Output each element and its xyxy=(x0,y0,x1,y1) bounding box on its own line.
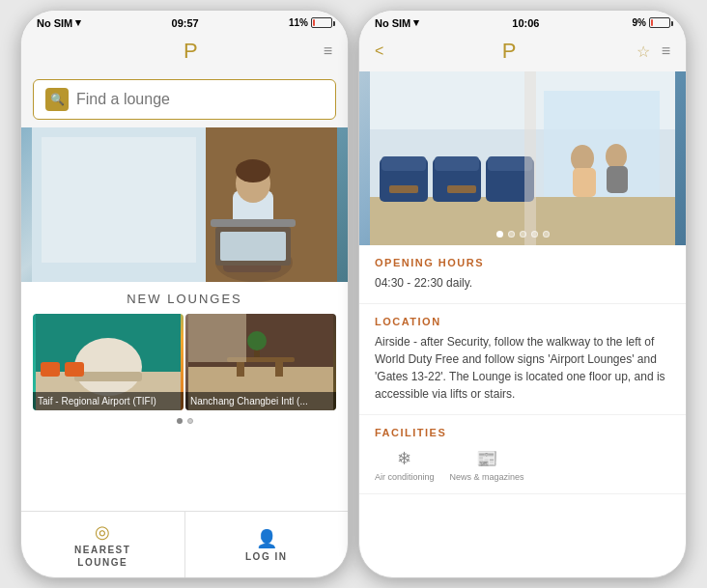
wifi-icon: ▾ xyxy=(75,16,81,29)
svg-rect-36 xyxy=(389,185,418,193)
user-icon: 👤 xyxy=(256,528,277,549)
battery-fill-right xyxy=(651,19,653,26)
detail-content: OPENING HOURS 04:30 - 22:30 daily. LOCAT… xyxy=(359,245,686,577)
back-button[interactable]: < xyxy=(375,42,383,60)
hero-pagination xyxy=(359,231,686,238)
svg-point-38 xyxy=(571,145,594,172)
nearest-lounge-label: NEAREST xyxy=(74,545,130,555)
svg-rect-33 xyxy=(435,156,479,171)
svg-rect-16 xyxy=(41,362,60,377)
hamburger-menu-left[interactable]: ≡ xyxy=(324,42,332,60)
location-icon: ◎ xyxy=(95,521,110,543)
right-phone: No SIM ▾ 10:06 9% < P ☆ ≡ xyxy=(358,10,687,578)
hero-image xyxy=(21,127,348,282)
search-bar[interactable]: 🔍 xyxy=(33,79,336,120)
hero-dot-4 xyxy=(531,231,538,238)
carrier-left: No SIM ▾ xyxy=(37,16,81,29)
search-icon: 🔍 xyxy=(50,93,65,106)
lounge-hero-image xyxy=(359,71,686,245)
hero-dot-5 xyxy=(543,231,550,238)
lounges-grid: Taif - Regional Airport (TIFI) xyxy=(21,314,348,410)
svg-rect-25 xyxy=(188,314,246,362)
svg-point-40 xyxy=(606,144,627,169)
status-bar-right: No SIM ▾ 10:06 9% xyxy=(359,11,686,33)
time-left: 09:57 xyxy=(172,17,199,29)
log-in-button[interactable]: 👤 LOG IN xyxy=(185,512,349,577)
search-icon-wrap: 🔍 xyxy=(45,88,69,111)
search-bar-container: 🔍 xyxy=(21,71,348,127)
opening-hours-section: OPENING HOURS 04:30 - 22:30 daily. xyxy=(359,245,686,304)
lounge-card-label-nanchang: Nanchang Changbei Intl (... xyxy=(185,392,336,410)
hero-svg xyxy=(21,127,348,282)
no-sim-label: No SIM xyxy=(37,17,72,29)
new-lounges-title: NEW LOUNGES xyxy=(21,282,348,314)
brand-logo-left: P xyxy=(60,39,324,64)
battery-fill-left xyxy=(313,19,315,26)
svg-rect-37 xyxy=(447,185,476,193)
hero-dot-2 xyxy=(508,231,515,238)
svg-rect-21 xyxy=(237,362,244,377)
location-title: LOCATION xyxy=(375,316,670,327)
pagination-dot-2 xyxy=(187,418,193,424)
log-in-label: LOG IN xyxy=(245,551,287,562)
facility-air-conditioning: ❄ Air conditioning xyxy=(375,448,435,482)
left-phone: No SIM ▾ 09:57 11% P ≡ 🔍 xyxy=(20,10,349,578)
battery-left: 11% xyxy=(289,17,332,28)
facility-news: 📰 News & magazines xyxy=(450,448,524,482)
svg-rect-29 xyxy=(544,91,660,197)
svg-rect-28 xyxy=(370,197,675,245)
nearest-lounge-button[interactable]: ◎ NEAREST LOUNGE xyxy=(21,512,185,577)
time-right: 10:06 xyxy=(512,17,539,29)
svg-point-14 xyxy=(74,338,142,396)
no-sim-label-right: No SIM xyxy=(375,17,410,29)
location-section: LOCATION Airside - after Security, follo… xyxy=(359,304,686,415)
bottom-nav: ◎ NEAREST LOUNGE 👤 LOG IN xyxy=(21,511,348,577)
hero-dot-1 xyxy=(496,231,503,238)
svg-rect-39 xyxy=(573,168,596,197)
lounges-pagination xyxy=(21,410,348,432)
air-conditioning-label: Air conditioning xyxy=(375,472,435,482)
battery-right: 9% xyxy=(633,17,670,28)
news-icon: 📰 xyxy=(476,448,497,469)
svg-rect-11 xyxy=(220,232,286,261)
pagination-dot-1 xyxy=(177,418,183,424)
news-label: News & magazines xyxy=(450,472,524,482)
opening-hours-title: OPENING HOURS xyxy=(375,257,670,268)
svg-rect-3 xyxy=(42,137,196,263)
svg-rect-22 xyxy=(275,362,283,377)
svg-point-24 xyxy=(247,331,267,350)
battery-icon-right xyxy=(649,17,670,28)
svg-rect-41 xyxy=(607,166,628,193)
svg-rect-42 xyxy=(524,71,536,245)
air-conditioning-icon: ❄ xyxy=(397,448,411,469)
lounge-hero-svg xyxy=(359,71,686,245)
facilities-title: FACILITIES xyxy=(375,427,670,438)
lounge-card-tifi[interactable]: Taif - Regional Airport (TIFI) xyxy=(33,314,184,410)
facilities-section: FACILITIES ❄ Air conditioning 📰 News & m… xyxy=(359,415,686,494)
battery-percent-right: 9% xyxy=(633,17,646,28)
battery-icon-left xyxy=(311,17,332,28)
svg-rect-9 xyxy=(211,219,296,227)
search-input[interactable] xyxy=(76,91,324,108)
battery-percent-left: 11% xyxy=(289,17,308,28)
svg-rect-31 xyxy=(382,156,426,171)
opening-hours-text: 04:30 - 22:30 daily. xyxy=(375,274,670,292)
favorite-button[interactable]: ☆ xyxy=(636,42,650,61)
wifi-icon-right: ▾ xyxy=(413,16,419,29)
nearest-lounge-label-2: LOUNGE xyxy=(77,557,127,568)
lounge-card-label-tifi: Taif - Regional Airport (TIFI) xyxy=(33,392,184,410)
carrier-right: No SIM ▾ xyxy=(375,16,419,29)
svg-rect-17 xyxy=(65,362,84,377)
hamburger-menu-right[interactable]: ≡ xyxy=(662,42,670,60)
brand-logo-right: P xyxy=(383,39,636,64)
status-bar-left: No SIM ▾ 09:57 11% xyxy=(21,11,348,33)
svg-rect-15 xyxy=(74,372,142,381)
facilities-icons: ❄ Air conditioning 📰 News & magazines xyxy=(375,444,670,482)
hero-dot-3 xyxy=(520,231,526,238)
location-text: Airside - after Security, follow the wal… xyxy=(375,333,670,403)
lounge-card-nanchang[interactable]: Nanchang Changbei Intl (... xyxy=(185,314,336,410)
nav-bar-left: P ≡ xyxy=(21,33,348,71)
svg-point-8 xyxy=(236,159,270,182)
nav-bar-right: < P ☆ ≡ xyxy=(359,33,686,71)
